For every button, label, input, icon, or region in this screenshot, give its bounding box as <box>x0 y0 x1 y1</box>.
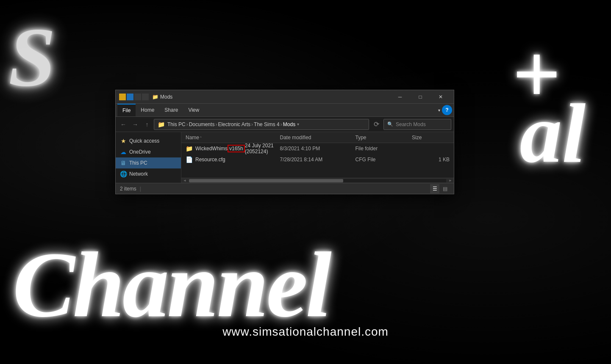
back-button[interactable]: ← <box>118 119 128 130</box>
scroll-right-btn[interactable]: ► <box>447 178 454 183</box>
breadcrumb-sep4: › <box>281 121 282 127</box>
file-type-resource-cfg: CFG File <box>355 157 412 163</box>
up-button[interactable]: ↑ <box>142 119 152 130</box>
search-icon: 🔍 <box>387 121 393 127</box>
tab-view[interactable]: View <box>183 104 204 116</box>
main-content: ★ Quick access ☁ OneDrive 🖥 This PC 🌐 Ne… <box>116 132 454 183</box>
sort-icon: ^ <box>200 135 202 139</box>
website-url: www.simsationalchannel.com <box>222 325 389 339</box>
neon-left-top: S <box>8 8 56 105</box>
close-button[interactable]: ✕ <box>431 90 450 104</box>
file-name-resource-cfg: 📄 Resource.cfg <box>186 156 280 163</box>
forward-button[interactable]: → <box>130 119 140 130</box>
title-bar-icons <box>119 94 149 100</box>
sidebar-label-network: Network <box>129 171 148 177</box>
sidebar-item-onedrive[interactable]: ☁ OneDrive <box>116 146 181 157</box>
breadcrumb-bar[interactable]: 📁 This PC › Documents › Electronic Arts … <box>154 119 369 130</box>
status-bar: 2 items | ☰ ▤ <box>116 183 454 194</box>
sidebar-item-this-pc[interactable]: 🖥 This PC <box>116 157 181 168</box>
file-list: 📁 WickedWhims v165h 24 July 2021 (205212… <box>181 143 454 178</box>
details-view-button[interactable]: ☰ <box>430 184 439 193</box>
this-pc-icon: 🖥 <box>120 160 127 166</box>
title-bar-controls: ─ □ ✕ <box>390 90 450 104</box>
filename-text-after: 24 July 2021 (2052124) <box>245 143 280 154</box>
tb-icon-yellow <box>119 94 126 100</box>
cfg-file-icon: 📄 <box>186 156 193 163</box>
minimize-button[interactable]: ─ <box>390 90 410 104</box>
neon-bottom-main: Channel <box>13 232 330 339</box>
sidebar: ★ Quick access ☁ OneDrive 🖥 This PC 🌐 Ne… <box>116 132 181 183</box>
breadcrumb-documents[interactable]: Documents <box>189 121 215 127</box>
col-header-type[interactable]: Type <box>355 135 412 141</box>
sidebar-item-quick-access[interactable]: ★ Quick access <box>116 135 181 146</box>
quick-access-icon: ★ <box>120 138 127 144</box>
col-header-date[interactable]: Date modified <box>280 135 355 141</box>
network-icon: 🌐 <box>120 171 127 177</box>
search-placeholder: Search Mods <box>396 121 426 127</box>
ribbon-chevron-icon[interactable]: ▾ <box>438 108 440 113</box>
explorer-window: 📁 Mods ─ □ ✕ File Home Share View ▾ ? ← … <box>115 90 454 194</box>
breadcrumb-electronicarts[interactable]: Electronic Arts <box>218 121 250 127</box>
file-item-resource-cfg[interactable]: 📄 Resource.cfg 7/28/2021 8:14 AM CFG Fil… <box>181 154 454 165</box>
scroll-thumb[interactable] <box>189 179 343 182</box>
neon-top-right: + <box>512 25 560 122</box>
file-list-header: Name ^ Date modified Type Size <box>181 132 454 143</box>
file-area: Name ^ Date modified Type Size 📁 WickedW… <box>181 132 454 183</box>
window-title: Mods <box>160 94 172 100</box>
onedrive-icon: ☁ <box>120 149 127 155</box>
folder-icon: 📁 <box>152 94 158 100</box>
breadcrumb-sep1: › <box>186 121 188 127</box>
breadcrumb-thispc[interactable]: This PC <box>167 121 186 127</box>
folder-icon-wickedwhims: 📁 <box>186 145 193 152</box>
filename-text-box: v165h <box>228 145 245 152</box>
neon-right-side: al <box>519 85 586 182</box>
search-box[interactable]: 🔍 Search Mods <box>383 119 451 130</box>
breadcrumb-thesims4[interactable]: The Sims 4 <box>254 121 280 127</box>
scroll-left-btn[interactable]: ◄ <box>181 178 188 183</box>
title-bar: 📁 Mods ─ □ ✕ <box>116 90 454 104</box>
breadcrumb-sep2: › <box>215 121 217 127</box>
tb-icon-blue <box>127 94 133 100</box>
sidebar-label-this-pc: This PC <box>129 160 147 166</box>
file-date-resource-cfg: 7/28/2021 8:14 AM <box>280 157 355 163</box>
col-header-name[interactable]: Name ^ <box>186 135 280 141</box>
item-count: 2 items <box>120 186 136 192</box>
breadcrumb-folder-icon: 📁 <box>158 121 165 128</box>
scroll-track[interactable] <box>189 179 446 182</box>
ribbon-tabs: File Home Share View ▾ ? <box>116 104 454 116</box>
file-item-wickedwhims[interactable]: 📁 WickedWhims v165h 24 July 2021 (205212… <box>181 143 454 154</box>
title-bar-title: 📁 Mods <box>152 94 390 100</box>
sidebar-label-onedrive: OneDrive <box>129 149 151 155</box>
tb-icon-dark1 <box>134 94 141 100</box>
tab-share[interactable]: Share <box>159 104 183 116</box>
file-type-wickedwhims: File folder <box>355 146 412 152</box>
horizontal-scrollbar[interactable]: ◄ ► <box>181 178 454 183</box>
list-view-button[interactable]: ▤ <box>440 184 450 193</box>
tb-icon-dark2 <box>142 94 149 100</box>
file-size-resource-cfg: 1 KB <box>412 157 450 163</box>
ribbon: File Home Share View ▾ ? <box>116 104 454 117</box>
sidebar-item-network[interactable]: 🌐 Network <box>116 168 181 179</box>
tab-file[interactable]: File <box>117 104 136 116</box>
maximize-button[interactable]: □ <box>411 90 430 104</box>
breadcrumb-sep3: › <box>251 121 253 127</box>
filename-text-before: WickedWhims <box>195 146 228 152</box>
refresh-button[interactable]: ⟳ <box>371 119 382 130</box>
breadcrumb-mods[interactable]: Mods <box>283 121 295 127</box>
status-views: ☰ ▤ <box>430 184 450 193</box>
ribbon-help: ▾ ? <box>438 105 452 115</box>
file-date-wickedwhims: 8/3/2021 4:10 PM <box>280 146 355 152</box>
file-name-wickedwhims: 📁 WickedWhims v165h 24 July 2021 (205212… <box>186 143 280 154</box>
breadcrumb-dropdown-icon[interactable]: ▾ <box>297 122 299 127</box>
sidebar-label-quick-access: Quick access <box>129 138 159 144</box>
address-bar: ← → ↑ 📁 This PC › Documents › Electronic… <box>116 117 454 132</box>
filename-resource-cfg-text: Resource.cfg <box>195 157 225 163</box>
tab-home[interactable]: Home <box>136 104 159 116</box>
col-header-size[interactable]: Size <box>412 135 450 141</box>
status-separator: | <box>140 186 141 192</box>
help-button[interactable]: ? <box>442 105 452 115</box>
